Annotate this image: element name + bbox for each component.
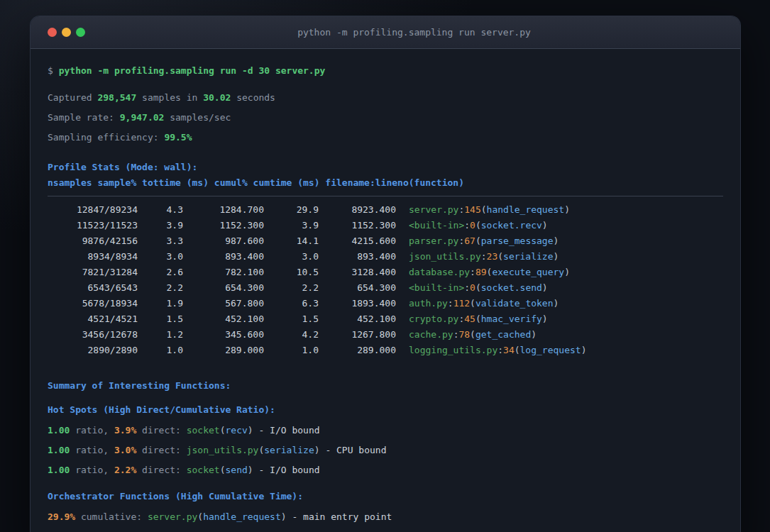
punctuation: ( <box>475 235 481 246</box>
function-ref: database.py:89(execute_query) <box>396 267 570 277</box>
function-name: log_request <box>520 345 581 355</box>
function-ref: auth.py:112(validate_token) <box>396 298 559 309</box>
ratio-label: ratio, <box>75 465 109 475</box>
profile-table-row: 8934/89343.0893.4003.0893.400json_utils.… <box>48 249 723 265</box>
line-number: 67 <box>464 235 475 246</box>
punctuation: ) <box>248 425 253 436</box>
ratio-value: 1.00 <box>48 465 70 475</box>
command-text: python -m profiling.sampling run -d 30 s… <box>59 65 326 76</box>
stat-cell: 3.9 <box>138 218 183 233</box>
punctuation: : <box>481 251 487 262</box>
stat-cell: 7821/31284 <box>48 265 138 280</box>
stat-cell: 452.100 <box>319 311 396 327</box>
window-title: python -m profiling.sampling run server.… <box>85 27 723 38</box>
stat-cell: 654.300 <box>319 280 396 296</box>
function-name: parse_message <box>481 235 554 246</box>
samples-count: 298,547 <box>97 92 136 103</box>
stat-cell: 3.0 <box>138 249 183 265</box>
hot-spot-item: 1.00 ratio, 3.0% direct: json_utils.py(s… <box>48 440 723 460</box>
stat-cell: 29.9 <box>264 202 319 218</box>
function-name: socket.send <box>481 282 542 293</box>
sample-rate-line: Sample rate: 9,947.02 samples/sec <box>48 111 723 124</box>
maximize-button[interactable] <box>76 28 85 37</box>
filename: crypto.py <box>409 314 458 324</box>
filename: database.py <box>409 267 470 277</box>
profile-table-row: 12847/892344.31284.70029.98923.400server… <box>48 202 723 218</box>
hot-spot-item: 1.00 ratio, 2.2% direct: socket(send) - … <box>48 460 723 480</box>
stat-cell: 1.2 <box>138 327 183 343</box>
line-number: 0 <box>470 220 475 231</box>
line-number: 145 <box>464 204 480 215</box>
filename: socket <box>187 465 220 475</box>
profile-table-row: 6543/65432.2654.3002.2654.300<built-in>:… <box>48 280 723 296</box>
profile-table-body: 12847/892344.31284.70029.98923.400server… <box>48 202 723 358</box>
stat-cell: 1152.300 <box>319 218 396 233</box>
function-ref: json_utils.py(serialize) <box>187 445 320 455</box>
line-number: 78 <box>458 329 470 340</box>
terminal-content: $ python -m profiling.sampling run -d 30… <box>31 65 740 532</box>
command-line: $ python -m profiling.sampling run -d 30… <box>48 65 723 77</box>
captured-line: Captured 298,547 samples in 30.02 second… <box>48 92 723 104</box>
stat-cell: 10.5 <box>264 265 319 280</box>
punctuation: ( <box>470 329 475 340</box>
punctuation: ( <box>515 345 520 355</box>
efficiency-label: Sampling efficiency: <box>48 132 159 143</box>
captured-label: Captured <box>48 92 92 103</box>
punctuation: ( <box>197 511 203 522</box>
stat-cell: 1.5 <box>138 311 183 327</box>
shell-prompt: $ <box>48 65 53 76</box>
function-name: handle_request <box>487 204 565 215</box>
note: - main entry point <box>292 511 392 522</box>
function-name: validate_token <box>475 298 554 309</box>
punctuation: ) <box>564 204 570 215</box>
stat-cell: 289.000 <box>319 343 396 358</box>
punctuation: ) <box>581 345 587 355</box>
profile-table-row: 3456/126781.2345.6004.21267.800cache.py:… <box>48 327 723 343</box>
punctuation: ) <box>564 267 570 277</box>
terminal-window: python -m profiling.sampling run server.… <box>30 16 741 532</box>
line-number: 0 <box>470 282 475 293</box>
punctuation: ( <box>220 425 226 436</box>
minimize-button[interactable] <box>62 28 71 37</box>
stat-cell: 3.9 <box>264 218 319 233</box>
ratio-value: 1.00 <box>48 425 70 436</box>
line-number: 112 <box>453 298 470 309</box>
function-name: hmac_verify <box>481 314 542 324</box>
stat-cell: 3.0 <box>264 249 319 265</box>
stat-cell: 1267.800 <box>319 327 396 343</box>
filename: logging_utils.py <box>409 345 497 355</box>
stat-cell: 3.3 <box>138 233 183 249</box>
stat-cell: 3456/12678 <box>48 327 138 343</box>
profile-columns-header: nsamples sample% tottime (ms) cumul% cum… <box>48 177 723 189</box>
punctuation: ) <box>554 235 559 246</box>
direct-label: direct: <box>142 465 181 475</box>
stat-cell: 4521/4521 <box>48 311 138 327</box>
line-number: 45 <box>464 314 475 324</box>
function-ref: server.py(handle_request) <box>148 511 287 522</box>
punctuation: : <box>470 267 475 277</box>
function-name: execute_query <box>492 267 564 277</box>
stat-cell: 4.3 <box>138 202 183 218</box>
stat-cell: 8923.400 <box>319 202 396 218</box>
cumulative-percent: 29.9% <box>48 511 75 522</box>
stat-cell: 2.2 <box>264 280 319 296</box>
function-ref: <built-in>:0(socket.recv) <box>396 220 548 231</box>
stat-cell: 289.000 <box>183 343 264 358</box>
punctuation: ( <box>475 220 481 231</box>
duration-value: 30.02 <box>203 92 231 103</box>
rate-label: Sample rate: <box>48 112 114 123</box>
punctuation: : <box>464 220 470 231</box>
direct-label: direct: <box>142 425 181 436</box>
profile-table-row: 5678/189341.9567.8006.31893.400auth.py:1… <box>48 296 723 311</box>
direct-percent: 2.2% <box>114 465 136 475</box>
filename: server.py <box>148 511 197 522</box>
punctuation: ) <box>531 329 537 340</box>
stat-cell: 893.400 <box>183 249 264 265</box>
close-button[interactable] <box>48 28 57 37</box>
function-name: handle_request <box>203 511 281 522</box>
punctuation: ) <box>248 465 253 475</box>
stat-cell: 1893.400 <box>319 296 396 311</box>
profile-table-row: 9876/421563.3987.60014.14215.600parser.p… <box>48 233 723 249</box>
stat-cell: 1152.300 <box>183 218 264 233</box>
stat-cell: 452.100 <box>183 311 264 327</box>
